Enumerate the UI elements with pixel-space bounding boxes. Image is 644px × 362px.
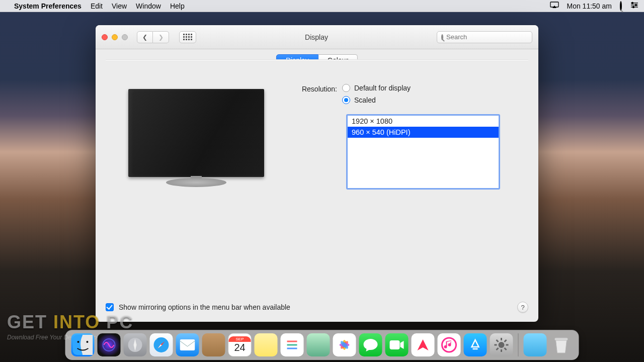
menu-view[interactable]: View bbox=[112, 2, 127, 10]
dock: SEP24 bbox=[65, 330, 579, 360]
menu-bar: System Preferences Edit View Window Help… bbox=[0, 0, 644, 12]
menu-edit[interactable]: Edit bbox=[91, 2, 103, 10]
svg-rect-16 bbox=[180, 339, 195, 350]
window-minimize-button[interactable] bbox=[112, 34, 118, 40]
show-all-button[interactable] bbox=[179, 31, 196, 43]
dock-safari-icon[interactable] bbox=[150, 333, 173, 356]
resolution-label: Resolution: bbox=[287, 84, 337, 190]
display-preview-icon bbox=[128, 89, 264, 177]
svg-marker-25 bbox=[400, 341, 404, 349]
dock-finder-icon[interactable] bbox=[71, 333, 95, 356]
radio-icon bbox=[342, 96, 350, 104]
dock-messages-icon[interactable] bbox=[359, 333, 382, 356]
svg-point-6 bbox=[635, 5, 637, 6]
search-icon bbox=[441, 34, 443, 40]
svg-rect-36 bbox=[555, 338, 568, 340]
window-titlebar[interactable]: ❮ ❯ Display bbox=[96, 25, 538, 49]
dock-notes-icon[interactable] bbox=[255, 333, 278, 356]
svg-point-9 bbox=[77, 341, 79, 343]
search-input[interactable] bbox=[446, 33, 531, 41]
dock-itunes-icon[interactable] bbox=[438, 333, 461, 356]
svg-point-5 bbox=[632, 3, 633, 4]
svg-point-10 bbox=[87, 341, 89, 343]
dock-calendar-icon[interactable]: SEP24 bbox=[228, 333, 252, 356]
svg-line-32 bbox=[497, 340, 499, 342]
control-center-icon[interactable] bbox=[630, 2, 639, 10]
window-close-button[interactable] bbox=[102, 34, 108, 40]
spotlight-icon[interactable] bbox=[620, 2, 622, 10]
dock-contacts-icon[interactable] bbox=[202, 333, 225, 356]
svg-line-35 bbox=[497, 348, 499, 350]
resolution-list[interactable]: 1920 × 1080 960 × 540 (HiDPI) bbox=[346, 114, 500, 190]
window-zoom-button bbox=[122, 34, 128, 40]
menu-clock[interactable]: Mon 11:50 am bbox=[567, 2, 612, 10]
dock-mail-icon[interactable] bbox=[176, 333, 199, 356]
window-title: Display bbox=[202, 33, 431, 41]
radio-label: Default for display bbox=[354, 84, 411, 92]
resolution-option[interactable]: 960 × 540 (HiDPI) bbox=[348, 127, 499, 138]
svg-line-33 bbox=[505, 348, 507, 350]
dock-photos-icon[interactable] bbox=[333, 333, 356, 356]
svg-point-7 bbox=[633, 7, 634, 8]
dock-maps-icon[interactable] bbox=[307, 333, 330, 356]
svg-line-34 bbox=[505, 340, 507, 342]
resolution-option[interactable]: 1920 × 1080 bbox=[348, 116, 499, 127]
nav-back-button[interactable]: ❮ bbox=[137, 31, 153, 43]
dock-appstore-icon[interactable] bbox=[464, 333, 487, 356]
airplay-icon[interactable] bbox=[550, 2, 559, 10]
dock-separator bbox=[518, 333, 519, 356]
dock-launchpad-icon[interactable] bbox=[124, 333, 147, 356]
svg-point-27 bbox=[499, 342, 505, 348]
mirroring-label: Show mirroring options in the menu bar w… bbox=[119, 303, 290, 311]
search-field[interactable] bbox=[437, 31, 532, 43]
dock-reminders-icon[interactable] bbox=[281, 333, 304, 356]
dock-facetime-icon[interactable] bbox=[385, 333, 409, 356]
dock-system-preferences-icon[interactable] bbox=[490, 333, 513, 356]
menu-window[interactable]: Window bbox=[136, 2, 161, 10]
nav-forward-button: ❯ bbox=[153, 31, 169, 43]
grid-icon bbox=[183, 34, 192, 40]
dock-news-icon[interactable] bbox=[412, 333, 435, 356]
menu-help[interactable]: Help bbox=[170, 2, 185, 10]
radio-icon bbox=[342, 84, 350, 92]
radio-scaled[interactable]: Scaled bbox=[342, 96, 500, 104]
dock-trash-icon[interactable] bbox=[550, 333, 573, 356]
radio-default-for-display[interactable]: Default for display bbox=[342, 84, 500, 92]
radio-label: Scaled bbox=[354, 96, 376, 104]
app-menu[interactable]: System Preferences bbox=[14, 2, 82, 10]
dock-siri-icon[interactable] bbox=[98, 333, 121, 356]
dock-downloads-icon[interactable] bbox=[524, 333, 547, 356]
help-button[interactable]: ? bbox=[517, 302, 528, 313]
preferences-window: ❮ ❯ Display Display Colour bbox=[96, 25, 538, 322]
display-pane: Resolution: Default for display Scaled bbox=[106, 59, 528, 287]
svg-rect-24 bbox=[390, 340, 400, 349]
mirroring-checkbox[interactable] bbox=[106, 303, 114, 311]
